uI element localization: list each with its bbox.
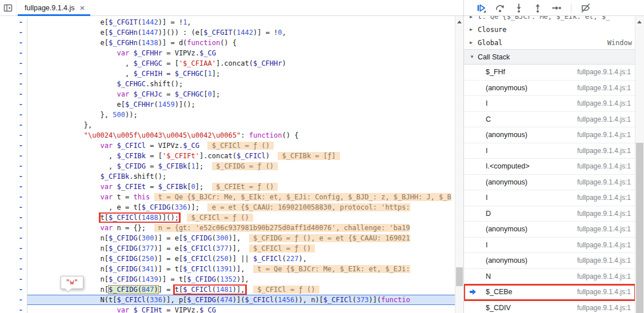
step-over-button[interactable]: [494, 2, 506, 14]
gutter-line-marker[interactable]: -: [0, 48, 27, 58]
call-stack-frame-active[interactable]: $_CEBefullpage.9.1.4.js:1: [464, 284, 635, 300]
tab-close-icon[interactable]: ×: [79, 3, 86, 12]
resume-button[interactable]: [475, 2, 487, 14]
gutter-line-marker[interactable]: -: [0, 130, 27, 141]
gutter-line-marker[interactable]: -: [0, 192, 27, 202]
code-line[interactable]: - var $_CFICl = VIPVz.$_CG $_CFICl = ƒ (…: [0, 141, 463, 151]
gutter-line-marker[interactable]: -: [0, 284, 27, 295]
call-stack-frame[interactable]: Nfullpage.9.1.4.js:1: [464, 269, 635, 285]
code-line[interactable]: - , e = t[$_CFIDG(336)]; e = et {$_CAAU:…: [0, 202, 463, 212]
gutter-line-marker[interactable]: -: [0, 274, 27, 284]
execution-line[interactable]: - N(t[$_CFICl(336)], p[$_CFIDG(474)]($_C…: [0, 295, 463, 305]
call-stack-frame[interactable]: I.<computed>fullpage.9.1.4.js:1: [464, 159, 635, 175]
code-line[interactable]: - "\u0024\u005f\u0043\u0045\u0042\u0065"…: [0, 130, 463, 141]
frame-source-location[interactable]: fullpage.9.1.4.js:1: [577, 68, 631, 76]
code-line[interactable]: - e[$_CFGHn(1447)]()) : (e[$_CFGIT(1442)…: [0, 27, 463, 38]
call-stack-frame[interactable]: Ifullpage.9.1.4.js:1: [464, 190, 635, 206]
code-line[interactable]: - n[$_CFIDG(377)] = e[$_CFICl(377)], $_C…: [0, 243, 463, 254]
code-line[interactable]: - $_CFHGC.shift();: [0, 79, 463, 89]
frame-source-location[interactable]: fullpage.9.1.4.js:1: [577, 304, 631, 312]
call-stack-header[interactable]: ▼ Call Stack: [464, 49, 635, 65]
call-stack-frame[interactable]: Ifullpage.9.1.4.js:1: [464, 143, 635, 159]
code-line[interactable]: - , $_CFIDG = $_CFIBk[1]; $_CFIDG = ƒ (): [0, 161, 463, 171]
gutter-line-marker[interactable]: -: [0, 79, 27, 89]
gutter-line-marker[interactable]: -: [0, 141, 27, 151]
frame-source-location[interactable]: fullpage.9.1.4.js:1: [577, 162, 631, 170]
editor-scrollbar-thumb[interactable]: [456, 267, 463, 286]
code-line[interactable]: - , $_CFIBk = ['$_CFIFt'].concat($_CFICl…: [0, 151, 463, 161]
gutter-line-marker[interactable]: -: [0, 171, 27, 182]
step-button[interactable]: [551, 2, 562, 14]
gutter-line-marker[interactable]: -: [0, 17, 27, 27]
gutter-line-marker[interactable]: -: [0, 110, 27, 120]
gutter-line-marker[interactable]: -: [0, 120, 27, 130]
call-stack-frame[interactable]: (anonymous)fullpage.9.1.4.js:1: [464, 253, 635, 269]
code-line[interactable]: - }, 500));: [0, 110, 463, 120]
gutter-line-marker[interactable]: -: [0, 89, 27, 99]
gutter-line-marker[interactable]: -: [0, 202, 27, 212]
chevron-right-icon[interactable]: ▶: [470, 16, 478, 19]
code-line[interactable]: - e[$_CFGHn(1438)] = d(function() {: [0, 38, 463, 48]
call-stack-frame[interactable]: Ifullpage.9.1.4.js:1: [464, 96, 635, 112]
frame-source-location[interactable]: fullpage.9.1.4.js:1: [577, 272, 631, 280]
gutter-line-marker[interactable]: -: [0, 99, 27, 110]
chevron-right-icon[interactable]: ▶: [470, 27, 478, 32]
step-into-button[interactable]: [513, 2, 525, 14]
gutter-line-marker[interactable]: -: [0, 27, 27, 38]
scope-row-closure[interactable]: ▶ Closure: [464, 23, 635, 36]
gutter-line-marker[interactable]: -: [0, 58, 27, 69]
gutter-line-marker[interactable]: -: [0, 151, 27, 161]
code-line[interactable]: - e[$_CFHHr(1459)]();: [0, 99, 463, 110]
frame-source-location[interactable]: fullpage.9.1.4.js:1: [577, 241, 631, 249]
frame-source-location[interactable]: fullpage.9.1.4.js:1: [577, 115, 631, 123]
code-line[interactable]: - , $_CFHGC = ['$_CFIAA'].concat($_CFHHr…: [0, 58, 463, 69]
call-stack-frame[interactable]: $_FHffullpage.9.1.4.js:1: [464, 65, 635, 81]
frame-source-location[interactable]: fullpage.9.1.4.js:1: [577, 147, 631, 155]
gutter-line-marker[interactable]: -: [0, 305, 27, 313]
code-line[interactable]: - t[$_CFICl(1488)](); $_CFICl = ƒ (): [0, 212, 463, 223]
call-stack-frame[interactable]: (anonymous)fullpage.9.1.4.js:1: [464, 175, 635, 191]
gutter-line-marker[interactable]: -: [0, 161, 27, 171]
chevron-down-icon[interactable]: ▼: [470, 54, 478, 59]
gutter-line-marker[interactable]: -: [0, 233, 27, 243]
call-stack-frame[interactable]: (anonymous)fullpage.9.1.4.js:1: [464, 127, 635, 143]
frame-source-location[interactable]: fullpage.9.1.4.js:1: [577, 178, 631, 186]
scroll-up-icon[interactable]: [637, 21, 642, 23]
code-line[interactable]: - e[$_CFGIT(1442)] = !1,: [0, 17, 463, 27]
editor-scrollbar[interactable]: [455, 16, 463, 313]
call-stack-frame[interactable]: (anonymous)fullpage.9.1.4.js:1: [464, 222, 635, 238]
deactivate-breakpoints-button[interactable]: [580, 2, 591, 14]
frame-source-location[interactable]: fullpage.9.1.4.js:1: [577, 84, 631, 92]
gutter-line-marker[interactable]: -: [0, 243, 27, 254]
sidebar-scrollbar-thumb[interactable]: [636, 143, 643, 313]
call-stack-frame[interactable]: $_CDIVfullpage.9.1.4.js:1: [464, 300, 635, 313]
scroll-up-icon[interactable]: [457, 21, 462, 23]
call-stack-frame[interactable]: Dfullpage.9.1.4.js:1: [464, 206, 635, 222]
code-line[interactable]: - , $_CFHIH = $_CFHGC[1];: [0, 69, 463, 79]
scope-variable-row[interactable]: ▶ t : Qe {$_BJCr: Me, $_EIk: et, $_: [464, 16, 635, 23]
code-line[interactable]: - var n = {}; n = {gt: 'e52c06c937981b90…: [0, 223, 463, 233]
gutter-line-marker[interactable]: -: [0, 254, 27, 264]
code-editor[interactable]: - e[$_CFGIT(1442)] = !1,- e[$_CFGHn(1447…: [0, 16, 463, 313]
gutter-line-marker[interactable]: -: [0, 223, 27, 233]
gutter-line-marker[interactable]: -: [0, 295, 27, 305]
frame-source-location[interactable]: fullpage.9.1.4.js:1: [577, 225, 631, 233]
code-line[interactable]: - var $_CFHHr = VIPVz.$_CG: [0, 48, 463, 58]
code-line[interactable]: - n[$_CFIDG(250)] = e[$_CFICl(250)] || $…: [0, 254, 463, 264]
code-line[interactable]: - var $_CFHJc = $_CFHGC[0];: [0, 89, 463, 99]
tab-fullpage-js[interactable]: fullpage.9.1.4.js ×: [17, 0, 91, 15]
code-line[interactable]: - var $_CFIEt = $_CFIBk[0]; $_CFIEt = ƒ …: [0, 182, 463, 192]
frame-source-location[interactable]: fullpage.9.1.4.js:1: [577, 288, 631, 296]
code-line[interactable]: - $_CFIBk.shift();: [0, 171, 463, 182]
sidebar-scrollbar[interactable]: [635, 16, 644, 313]
call-stack-frame[interactable]: Ifullpage.9.1.4.js:1: [464, 238, 635, 254]
step-out-button[interactable]: [532, 2, 543, 14]
gutter-line-marker[interactable]: -: [0, 212, 27, 223]
frame-source-location[interactable]: fullpage.9.1.4.js:1: [577, 256, 631, 264]
code-line[interactable]: - },: [0, 120, 463, 130]
gutter-line-marker[interactable]: -: [0, 38, 27, 48]
code-line[interactable]: - n[$_CFIDG(341)] = t[$_CFICl(1391)], t …: [0, 264, 463, 274]
gutter-line-marker[interactable]: -: [0, 182, 27, 192]
call-stack-frame[interactable]: (anonymous)fullpage.9.1.4.js:1: [464, 81, 635, 97]
code-line[interactable]: - n[$_CFIDG(300)] = e[$_CFIDG(300)], $_C…: [0, 233, 463, 243]
